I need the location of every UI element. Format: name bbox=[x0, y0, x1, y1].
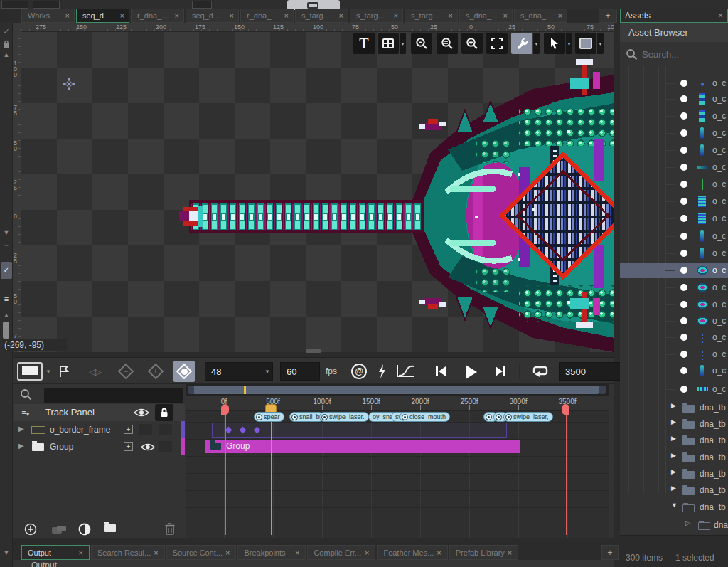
document-tab[interactable]: s_targ... × bbox=[295, 9, 348, 23]
asset-item-row[interactable]: o_c bbox=[620, 297, 728, 312]
moment-event-pill[interactable]: spear bbox=[254, 412, 284, 422]
visibility-cell[interactable] bbox=[139, 424, 152, 435]
asset-item-row[interactable]: o_c bbox=[620, 313, 728, 329]
asset-item-row[interactable]: o_c bbox=[620, 125, 728, 141]
menu-icon[interactable]: ≡ bbox=[0, 295, 13, 303]
close-icon[interactable]: × bbox=[225, 549, 230, 557]
folder-caret-icon[interactable]: ▷ bbox=[685, 519, 690, 526]
wrench-dropdown-caret[interactable]: ▼ bbox=[533, 33, 540, 54]
chevron-down-icon[interactable]: ▼ bbox=[0, 229, 13, 236]
select-tool-button[interactable] bbox=[544, 33, 565, 54]
timeline-hscrollbar[interactable] bbox=[186, 384, 609, 396]
play-button[interactable] bbox=[459, 362, 482, 382]
asset-item-row[interactable]: o_c bbox=[620, 245, 728, 261]
expand-caret-icon[interactable]: ▶ bbox=[18, 425, 24, 433]
asset-folder-row[interactable]: ▶ dna_tb bbox=[620, 482, 728, 498]
asset-tree[interactable]: o_c o_c o_c bbox=[620, 66, 728, 535]
canvas-hscrollbar-thumb[interactable] bbox=[306, 349, 321, 353]
group-track-bar[interactable]: Group bbox=[205, 440, 520, 453]
track-row-border-frame[interactable]: ▶ o_border_frame + bbox=[14, 421, 185, 438]
text-tool-button[interactable]: T bbox=[353, 33, 375, 54]
curves-editor-button[interactable] bbox=[392, 362, 418, 381]
lock-cell[interactable] bbox=[159, 424, 172, 435]
close-icon[interactable]: × bbox=[65, 11, 70, 20]
close-icon[interactable]: × bbox=[503, 11, 508, 20]
gutter-scrollbar-thumb[interactable] bbox=[3, 322, 9, 339]
fit-view-button[interactable] bbox=[486, 33, 508, 54]
output-tab[interactable]: Search Resul... × bbox=[91, 545, 165, 560]
timeline-hscrollbar-thumb[interactable] bbox=[191, 386, 601, 394]
folder-caret-icon[interactable]: ▶ bbox=[671, 435, 676, 442]
top-strip-widget[interactable] bbox=[192, 1, 212, 9]
folder-caret-icon[interactable]: ▼ bbox=[671, 502, 678, 509]
timeline-tracks-area[interactable]: 0f 500f 1000f 1500f bbox=[186, 384, 609, 538]
flag-marker-button[interactable] bbox=[55, 362, 73, 381]
close-icon[interactable]: × bbox=[79, 549, 83, 557]
expand-caret-icon[interactable]: ▶ bbox=[18, 442, 24, 450]
zoom-reset-button[interactable] bbox=[437, 33, 458, 54]
close-icon[interactable]: × bbox=[718, 9, 723, 22]
asset-search[interactable] bbox=[620, 42, 728, 66]
asset-folder-row[interactable]: ▶ dna_tb bbox=[620, 416, 728, 432]
add-output-tab-button[interactable]: + bbox=[601, 545, 619, 560]
asset-item-row[interactable]: o_c bbox=[620, 280, 728, 295]
assets-panel-tab[interactable]: Assets × bbox=[620, 9, 728, 23]
close-icon[interactable]: × bbox=[230, 11, 234, 20]
triangle-up-icon[interactable]: ▲ bbox=[0, 51, 13, 58]
asset-folder-row[interactable]: ▶ dna_tb bbox=[620, 433, 728, 448]
document-tab[interactable]: seq_d... × bbox=[186, 9, 239, 23]
add-keyframe-button[interactable]: + bbox=[146, 362, 165, 381]
record-keyframe-button[interactable] bbox=[173, 361, 195, 382]
remove-keyframe-button[interactable]: − bbox=[117, 362, 135, 381]
asset-item-row[interactable]: o_c bbox=[620, 381, 728, 397]
asset-item-row[interactable]: o_c bbox=[620, 363, 728, 378]
document-tab[interactable]: s_targ... × bbox=[405, 9, 458, 23]
output-tab[interactable]: Prefab Library × bbox=[449, 545, 519, 560]
output-tab[interactable]: Compile Err... × bbox=[307, 545, 375, 560]
add-parameter-button[interactable]: + bbox=[124, 425, 133, 434]
asset-item-row[interactable]: o_c bbox=[620, 75, 728, 91]
broadcast-message-button[interactable]: @ bbox=[348, 362, 370, 381]
top-strip-dropdown[interactable] bbox=[1, 1, 28, 9]
close-icon[interactable]: × bbox=[154, 549, 158, 557]
add-parameter-button[interactable]: + bbox=[124, 442, 133, 451]
close-icon[interactable]: × bbox=[558, 11, 562, 20]
document-tab[interactable]: Works... × bbox=[21, 9, 75, 23]
document-tab[interactable]: r_dna_... × bbox=[131, 9, 184, 23]
top-strip-dropdown-2[interactable] bbox=[33, 1, 60, 9]
close-icon[interactable]: × bbox=[120, 11, 124, 20]
asset-item-row[interactable]: o_c bbox=[620, 346, 728, 362]
contrast-icon[interactable] bbox=[78, 523, 91, 536]
asset-item-row[interactable]: o_c bbox=[620, 263, 728, 278]
asset-item-row[interactable]: o_c bbox=[620, 228, 728, 244]
close-icon[interactable]: × bbox=[175, 11, 179, 20]
track-row-group[interactable]: ▶ Group + bbox=[14, 438, 185, 455]
document-tab[interactable]: r_dna_... × bbox=[240, 9, 294, 23]
selected-tool-check[interactable]: ✓ bbox=[1, 262, 12, 279]
add-track-icon[interactable] bbox=[24, 523, 37, 536]
asset-item-row[interactable]: o_c bbox=[620, 176, 728, 192]
document-tab[interactable]: s_dna_... × bbox=[459, 9, 513, 23]
new-group-folder-icon[interactable] bbox=[104, 524, 116, 532]
asset-item-row[interactable]: o_c bbox=[620, 142, 728, 158]
lock-button[interactable] bbox=[155, 404, 173, 421]
asset-item-row[interactable]: o_c bbox=[620, 91, 728, 107]
add-tab-button[interactable]: + bbox=[599, 9, 617, 23]
output-tab[interactable]: Source Cont... × bbox=[166, 545, 237, 560]
asset-folder-row[interactable]: ▼ dna_tb bbox=[620, 499, 728, 515]
asset-item-row[interactable]: o_c bbox=[620, 159, 728, 175]
keyframe-prev-next-button[interactable]: ◁▷ bbox=[84, 362, 105, 381]
output-tab[interactable]: Feather Mes... × bbox=[377, 545, 447, 560]
copy-dim-icon[interactable] bbox=[51, 525, 67, 534]
close-icon[interactable]: × bbox=[437, 549, 441, 557]
moment-event-pill[interactable]: swipe_laser. bbox=[319, 412, 369, 422]
go-to-end-button[interactable] bbox=[491, 362, 510, 381]
close-icon[interactable]: × bbox=[365, 549, 369, 557]
settings-wrench-button[interactable] bbox=[511, 33, 532, 54]
document-tab[interactable]: s_dna_... × bbox=[514, 9, 567, 23]
origin-gizmo-icon[interactable] bbox=[63, 78, 75, 90]
close-icon[interactable]: × bbox=[508, 549, 512, 557]
asset-folder-row[interactable]: ▷ dna bbox=[620, 517, 728, 533]
grid-dropdown-caret[interactable]: ▼ bbox=[400, 33, 406, 54]
document-tab[interactable]: seq_d... × bbox=[76, 9, 129, 23]
